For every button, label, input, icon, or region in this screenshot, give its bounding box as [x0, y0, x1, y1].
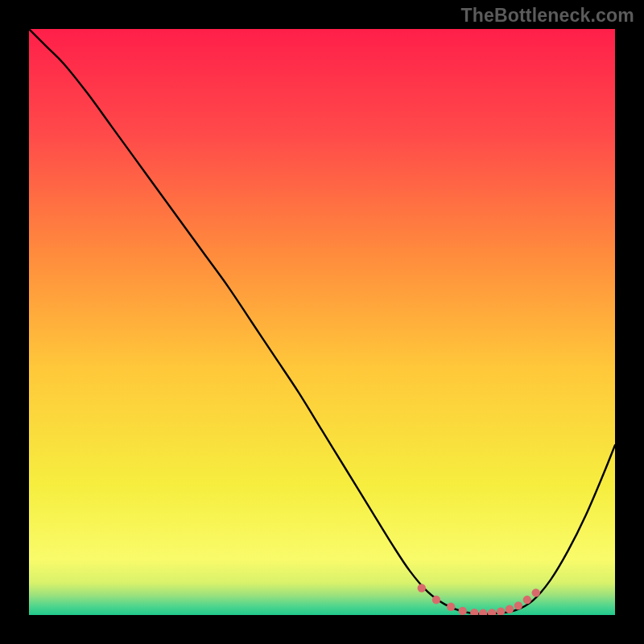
- min-region-dot: [418, 584, 426, 592]
- min-region-dot: [532, 588, 540, 597]
- min-region-dot: [514, 601, 522, 609]
- chart-svg: [29, 29, 615, 615]
- min-region-dot: [523, 596, 531, 604]
- gradient-bg: [29, 29, 615, 615]
- min-region-dot: [459, 607, 467, 615]
- chart-area: [29, 29, 615, 615]
- watermark-text: TheBottleneck.com: [460, 5, 634, 27]
- min-region-dot: [432, 596, 440, 604]
- min-region-dot: [506, 605, 514, 613]
- min-region-dot: [447, 603, 455, 611]
